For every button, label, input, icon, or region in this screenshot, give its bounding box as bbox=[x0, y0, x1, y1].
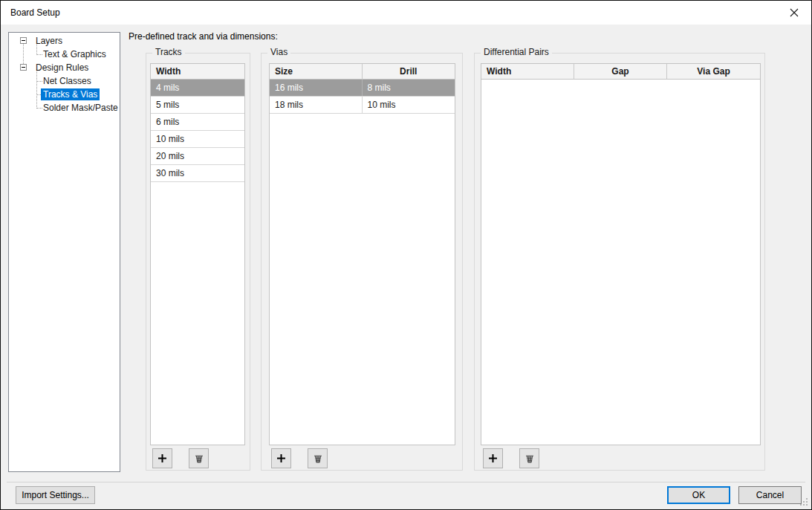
sidebar-item-label: Layers bbox=[33, 35, 65, 47]
trash-icon bbox=[524, 453, 536, 465]
plus-icon bbox=[487, 453, 498, 464]
table-cell[interactable]: 4 mils bbox=[151, 80, 244, 96]
group-title: Tracks bbox=[152, 47, 185, 57]
close-icon bbox=[790, 8, 799, 17]
table-cell[interactable]: 10 mils bbox=[363, 97, 455, 113]
board-setup-dialog: Board Setup LayersText & GraphicsDesign … bbox=[0, 0, 812, 510]
table-cell[interactable]: 6 mils bbox=[151, 114, 244, 130]
table-cell[interactable]: 16 mils bbox=[270, 80, 363, 96]
cancel-button[interactable]: Cancel bbox=[738, 486, 802, 504]
group-title: Vias bbox=[267, 47, 290, 57]
table-row[interactable]: 6 mils bbox=[151, 114, 244, 131]
sidebar-item-label: Tracks & Vias bbox=[41, 88, 100, 100]
column-header-drill[interactable]: Drill bbox=[363, 64, 455, 79]
table-row[interactable]: 20 mils bbox=[151, 148, 244, 165]
column-header-width[interactable]: Width bbox=[151, 64, 244, 79]
sidebar-item-label: Text & Graphics bbox=[41, 48, 108, 60]
table-cell[interactable]: 30 mils bbox=[151, 165, 244, 181]
sidebar-item-tracks-vias[interactable]: Tracks & Vias bbox=[41, 88, 100, 101]
column-header-via-gap[interactable]: Via Gap bbox=[667, 64, 760, 79]
group-tracks: TracksWidth4 mils5 mils6 mils10 mils20 m… bbox=[146, 53, 250, 471]
table-row[interactable]: 4 mils bbox=[151, 80, 244, 97]
table-cell[interactable]: 5 mils bbox=[151, 97, 244, 113]
dialog-title: Board Setup bbox=[10, 1, 60, 25]
sidebar-item-layers[interactable]: Layers bbox=[33, 34, 65, 48]
table-cell[interactable]: 20 mils bbox=[151, 148, 244, 164]
table-cell[interactable]: 10 mils bbox=[151, 131, 244, 147]
plus-icon bbox=[276, 453, 287, 464]
group-differential-pairs: Differential PairsWidthGapVia Gap bbox=[474, 53, 765, 471]
add-row-button[interactable] bbox=[271, 448, 291, 468]
page-title: Pre-defined track and via dimensions: bbox=[129, 31, 278, 42]
table-row[interactable]: 16 mils8 mils bbox=[270, 80, 455, 97]
grid-header-row: WidthGapVia Gap bbox=[481, 64, 760, 80]
grid-vias: SizeDrill16 mils8 mils18 mils10 mils bbox=[269, 63, 455, 445]
titlebar: Board Setup bbox=[1, 1, 811, 25]
table-row[interactable]: 18 mils10 mils bbox=[270, 97, 455, 114]
footer-divider bbox=[7, 482, 805, 482]
sidebar-item-solder-mask-paste[interactable]: Solder Mask/Paste bbox=[41, 101, 120, 114]
group-title: Differential Pairs bbox=[481, 47, 552, 57]
column-header-width[interactable]: Width bbox=[481, 64, 574, 79]
grid-header-row: SizeDrill bbox=[270, 64, 455, 80]
table-cell[interactable]: 8 mils bbox=[363, 80, 455, 96]
table-row[interactable]: 30 mils bbox=[151, 165, 244, 182]
group-vias: ViasSizeDrill16 mils8 mils18 mils10 mils bbox=[261, 53, 463, 471]
grid-header-row: Width bbox=[151, 64, 244, 80]
add-row-button[interactable] bbox=[152, 448, 172, 468]
sidebar-item-label: Design Rules bbox=[33, 62, 91, 74]
tree-connector bbox=[36, 69, 37, 109]
table-row[interactable]: 10 mils bbox=[151, 131, 244, 148]
sidebar-item-label: Solder Mask/Paste bbox=[41, 102, 120, 114]
trash-icon bbox=[312, 453, 324, 465]
table-cell[interactable]: 18 mils bbox=[270, 97, 363, 113]
delete-row-button[interactable] bbox=[308, 448, 328, 468]
column-header-gap[interactable]: Gap bbox=[574, 64, 667, 79]
add-row-button[interactable] bbox=[483, 448, 503, 468]
close-button[interactable] bbox=[777, 1, 811, 24]
delete-row-button[interactable] bbox=[189, 448, 209, 468]
trash-icon bbox=[193, 453, 205, 465]
settings-tree: LayersText & GraphicsDesign RulesNet Cla… bbox=[8, 32, 120, 472]
sidebar-item-text-graphics[interactable]: Text & Graphics bbox=[41, 48, 108, 61]
column-header-size[interactable]: Size bbox=[270, 64, 363, 79]
sidebar-item-label: Net Classes bbox=[41, 75, 94, 87]
delete-row-button[interactable] bbox=[519, 448, 539, 468]
resize-grip[interactable] bbox=[799, 497, 809, 507]
plus-icon bbox=[157, 453, 168, 464]
sidebar-item-design-rules[interactable]: Design Rules bbox=[33, 61, 91, 74]
import-settings-button[interactable]: Import Settings... bbox=[16, 486, 95, 504]
grid-differential-pairs: WidthGapVia Gap bbox=[481, 63, 761, 445]
grid-tracks: Width4 mils5 mils6 mils10 mils20 mils30 … bbox=[150, 63, 245, 445]
ok-button[interactable]: OK bbox=[667, 486, 730, 504]
sidebar-item-net-classes[interactable]: Net Classes bbox=[41, 74, 94, 88]
tree-collapse-icon[interactable] bbox=[20, 37, 27, 44]
table-row[interactable]: 5 mils bbox=[151, 97, 244, 114]
tree-collapse-icon[interactable] bbox=[20, 64, 27, 71]
